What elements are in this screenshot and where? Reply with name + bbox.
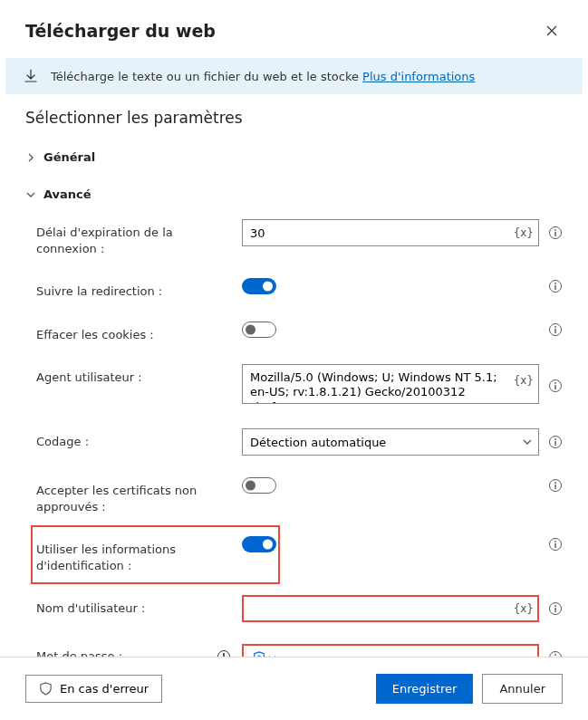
- info-icon[interactable]: [548, 537, 563, 552]
- info-icon[interactable]: [548, 379, 563, 393]
- user-agent-input[interactable]: Mozilla/5.0 (Windows; U; Windows NT 5.1;…: [242, 364, 539, 404]
- clear-cookies-label: Effacer les cookies :: [36, 322, 231, 343]
- info-icon[interactable]: [548, 279, 563, 293]
- clear-cookies-toggle[interactable]: [242, 322, 276, 338]
- encoding-select[interactable]: Détection automatique: [242, 428, 539, 456]
- variable-picker-icon[interactable]: {x}: [514, 226, 534, 239]
- svg-rect-5: [554, 285, 555, 290]
- on-error-button[interactable]: En cas d'erreur: [25, 675, 162, 703]
- banner-text: Télécharge le texte ou un fichier du web…: [51, 70, 362, 83]
- more-info-link[interactable]: Plus d'informations: [362, 70, 475, 83]
- subtitle: Sélectionner les paramètres: [25, 109, 563, 127]
- chevron-right-icon: [25, 152, 36, 163]
- svg-point-29: [554, 654, 556, 656]
- password-type-picker[interactable]: [242, 644, 285, 657]
- svg-rect-2: [554, 232, 555, 236]
- timeout-input[interactable]: [242, 219, 539, 246]
- on-error-label: En cas d'erreur: [60, 682, 149, 696]
- encoding-label: Codage :: [36, 428, 231, 450]
- section-label: Général: [43, 150, 95, 164]
- accept-untrusted-label: Accepter les certificats non approuvés :: [36, 477, 231, 514]
- info-icon[interactable]: [548, 650, 563, 657]
- use-credentials-toggle[interactable]: [242, 536, 276, 552]
- follow-redirect-label: Suivre la redirection :: [36, 278, 231, 300]
- info-icon[interactable]: [548, 322, 563, 337]
- svg-point-1: [554, 229, 556, 231]
- section-general[interactable]: Général: [25, 143, 563, 171]
- svg-rect-8: [554, 329, 555, 333]
- svg-point-10: [554, 382, 556, 384]
- svg-point-4: [554, 283, 556, 284]
- follow-redirect-toggle[interactable]: [242, 278, 276, 294]
- user-agent-label: Agent utilisateur :: [36, 364, 231, 386]
- use-credentials-label: Utiliser les informations d'identificati…: [36, 536, 231, 573]
- info-icon[interactable]: [548, 226, 563, 240]
- close-button[interactable]: [541, 20, 563, 42]
- info-icon[interactable]: [548, 601, 563, 616]
- svg-point-22: [554, 605, 556, 607]
- svg-rect-20: [554, 543, 555, 548]
- download-icon: [24, 69, 38, 83]
- password-label: Mot de passe :: [36, 644, 211, 657]
- warning-icon[interactable]: [217, 649, 231, 657]
- username-label: Nom d'utilisateur :: [36, 595, 231, 617]
- info-banner: Télécharge le texte ou un fichier du web…: [5, 58, 583, 94]
- username-input[interactable]: [242, 595, 539, 622]
- password-input[interactable]: [285, 644, 539, 657]
- svg-rect-14: [554, 441, 555, 446]
- svg-rect-23: [554, 608, 555, 612]
- svg-point-16: [554, 482, 556, 484]
- cancel-button[interactable]: Annuler: [482, 674, 563, 704]
- svg-point-19: [554, 541, 556, 542]
- section-label: Avancé: [43, 187, 92, 201]
- timeout-label: Délai d'expiration de la connexion :: [36, 219, 231, 256]
- close-icon: [546, 25, 557, 36]
- chevron-down-icon: [25, 189, 36, 200]
- shield-outline-icon: [39, 682, 53, 696]
- save-button[interactable]: Enregistrer: [376, 674, 474, 704]
- svg-point-7: [554, 326, 556, 328]
- info-icon[interactable]: [548, 435, 563, 449]
- svg-rect-11: [554, 385, 555, 389]
- info-icon[interactable]: [548, 478, 563, 493]
- svg-point-13: [554, 438, 556, 440]
- dialog-title: Télécharger du web: [25, 21, 216, 41]
- variable-picker-icon[interactable]: {x}: [514, 374, 534, 387]
- accept-untrusted-toggle[interactable]: [242, 477, 276, 494]
- section-advanced[interactable]: Avancé: [25, 180, 563, 208]
- svg-rect-17: [554, 485, 555, 489]
- variable-picker-icon[interactable]: {x}: [514, 602, 534, 615]
